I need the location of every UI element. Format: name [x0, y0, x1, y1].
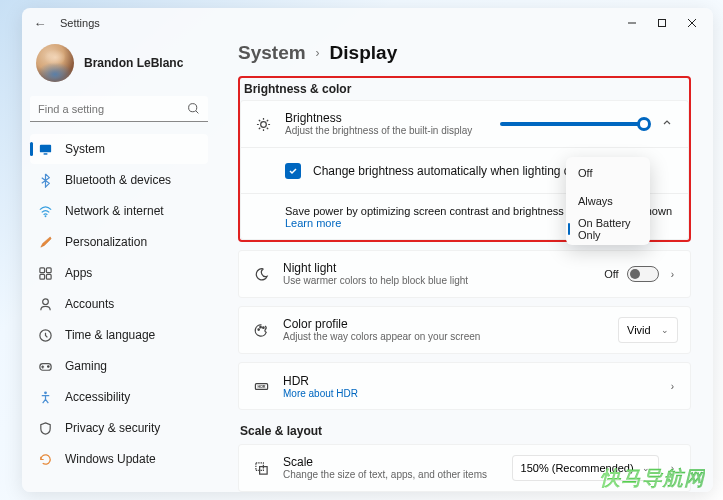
breadcrumb-parent[interactable]: System: [238, 42, 306, 64]
sidebar-item-label: Windows Update: [65, 452, 156, 466]
nav-list: System Bluetooth & devices Network & int…: [30, 134, 208, 474]
breadcrumb: System › Display: [238, 38, 691, 76]
hdr-link[interactable]: More about HDR: [283, 388, 655, 399]
scale-sub: Change the size of text, apps, and other…: [283, 469, 500, 481]
sun-icon: [253, 117, 273, 132]
sidebar-item-system[interactable]: System: [30, 134, 208, 164]
maximize-button[interactable]: [647, 8, 677, 38]
svg-rect-6: [40, 144, 51, 152]
brightness-dropdown: Off Always On Battery Only: [566, 157, 650, 245]
svg-line-23: [258, 119, 259, 120]
search-input[interactable]: [30, 96, 208, 122]
sidebar-item-network[interactable]: Network & internet: [30, 196, 208, 226]
sidebar-item-time[interactable]: Time & language: [30, 320, 208, 350]
sidebar-item-label: Network & internet: [65, 204, 164, 218]
shield-icon: [38, 421, 53, 436]
scale-title: Scale: [283, 455, 500, 469]
svg-point-16: [48, 365, 50, 367]
dropdown-option-always[interactable]: Always: [566, 187, 650, 215]
dropdown-option-off[interactable]: Off: [566, 159, 650, 187]
main-content: System › Display Brightness & color Brig…: [216, 38, 713, 492]
settings-window: ← Settings Brandon LeBlanc System Blueto…: [22, 8, 713, 492]
apps-icon: [38, 266, 53, 281]
svg-point-4: [189, 104, 197, 112]
clock-icon: [38, 328, 53, 343]
svg-point-8: [45, 215, 47, 217]
chevron-right-icon: ›: [316, 46, 320, 60]
sidebar-item-label: Bluetooth & devices: [65, 173, 171, 187]
svg-rect-10: [46, 267, 51, 272]
sidebar: Brandon LeBlanc System Bluetooth & devic…: [22, 38, 216, 492]
accessibility-icon: [38, 390, 53, 405]
wifi-icon: [38, 204, 53, 219]
sidebar-item-accounts[interactable]: Accounts: [30, 289, 208, 319]
chevron-right-icon[interactable]: ›: [667, 459, 678, 478]
svg-rect-11: [40, 274, 45, 279]
back-button[interactable]: ←: [28, 16, 52, 31]
moon-icon: [251, 267, 271, 282]
auto-brightness-checkbox[interactable]: [285, 163, 301, 179]
chevron-down-icon: ⌄: [642, 463, 650, 473]
system-icon: [38, 142, 53, 157]
svg-point-28: [259, 326, 261, 328]
color-profile-title: Color profile: [283, 317, 606, 331]
color-profile-sub: Adjust the way colors appear on your scr…: [283, 331, 606, 343]
sidebar-item-label: System: [65, 142, 105, 156]
window-title: Settings: [60, 17, 100, 29]
sidebar-item-accessibility[interactable]: Accessibility: [30, 382, 208, 412]
night-light-toggle-label: Off: [604, 268, 618, 280]
person-icon: [38, 297, 53, 312]
search-box[interactable]: [30, 96, 208, 122]
section-brightness-color: Brightness & color: [240, 78, 689, 100]
minimize-button[interactable]: [617, 8, 647, 38]
svg-rect-9: [40, 267, 45, 272]
svg-text:HDR: HDR: [257, 384, 265, 388]
color-profile-card[interactable]: Color profile Adjust the way colors appe…: [238, 306, 691, 354]
chevron-right-icon[interactable]: ›: [667, 377, 678, 396]
svg-rect-12: [46, 274, 51, 279]
svg-line-24: [266, 127, 267, 128]
svg-rect-1: [659, 20, 666, 27]
brightness-title: Brightness: [285, 111, 488, 125]
svg-line-26: [266, 119, 267, 120]
svg-point-29: [262, 326, 264, 328]
titlebar: ← Settings: [22, 8, 713, 38]
scale-combo[interactable]: 150% (Recommended)⌄: [512, 455, 659, 481]
avatar: [36, 44, 74, 82]
sidebar-item-label: Apps: [65, 266, 92, 280]
hdr-card[interactable]: HDR HDR More about HDR ›: [238, 362, 691, 410]
brightness-sub: Adjust the brightness of the built-in di…: [285, 125, 488, 137]
breadcrumb-current: Display: [330, 42, 398, 64]
sidebar-item-label: Accounts: [65, 297, 114, 311]
dropdown-option-battery[interactable]: On Battery Only: [566, 215, 650, 243]
night-light-title: Night light: [283, 261, 592, 275]
sidebar-item-personalization[interactable]: Personalization: [30, 227, 208, 257]
scale-card[interactable]: Scale Change the size of text, apps, and…: [238, 444, 691, 492]
svg-point-18: [260, 121, 266, 127]
highlighted-region: Brightness & color Brightness Adjust the…: [238, 76, 691, 242]
brightness-slider[interactable]: [500, 122, 650, 126]
sidebar-item-privacy[interactable]: Privacy & security: [30, 413, 208, 443]
hdr-title: HDR: [283, 374, 655, 388]
night-light-card[interactable]: Night light Use warmer colors to help bl…: [238, 250, 691, 298]
palette-icon: [251, 323, 271, 338]
auto-brightness-label: Change brightness automatically when lig…: [313, 164, 609, 178]
scale-icon: [251, 461, 271, 476]
profile[interactable]: Brandon LeBlanc: [30, 38, 208, 96]
section-scale-layout: Scale & layout: [240, 424, 691, 438]
color-profile-combo[interactable]: Vivid⌄: [618, 317, 678, 343]
brightness-row[interactable]: Brightness Adjust the brightness of the …: [241, 101, 688, 147]
sidebar-item-apps[interactable]: Apps: [30, 258, 208, 288]
hdr-icon: HDR: [251, 379, 271, 394]
expand-button[interactable]: [658, 114, 676, 134]
chevron-right-icon[interactable]: ›: [667, 265, 678, 284]
sidebar-item-update[interactable]: Windows Update: [30, 444, 208, 474]
sidebar-item-label: Accessibility: [65, 390, 130, 404]
night-light-toggle[interactable]: [627, 266, 659, 282]
sidebar-item-gaming[interactable]: Gaming: [30, 351, 208, 381]
sidebar-item-bluetooth[interactable]: Bluetooth & devices: [30, 165, 208, 195]
search-icon: [187, 101, 200, 119]
sidebar-item-label: Gaming: [65, 359, 107, 373]
close-button[interactable]: [677, 8, 707, 38]
update-icon: [38, 452, 53, 467]
